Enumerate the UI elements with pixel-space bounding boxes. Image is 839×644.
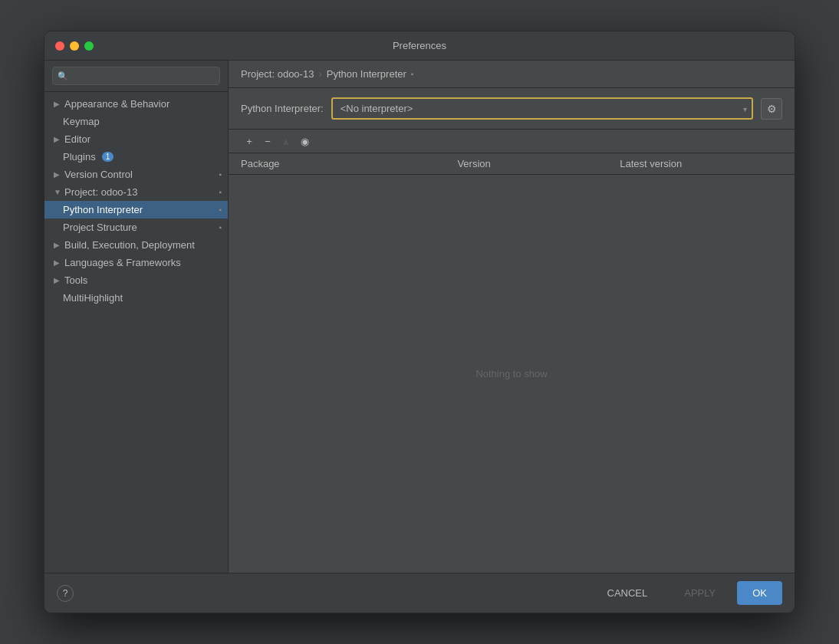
table-body: Nothing to show (229, 175, 795, 573)
help-button[interactable]: ? (57, 585, 74, 602)
col-header-latest: Latest version (620, 158, 782, 169)
sidebar-item-label: Build, Execution, Deployment (64, 239, 195, 251)
arrow-icon: ▶ (54, 100, 61, 108)
remove-package-button[interactable]: − (259, 133, 276, 150)
sidebar-item-label: Version Control (64, 169, 133, 180)
sidebar-item-project-structure[interactable]: Project Structure ▪ (44, 219, 228, 236)
table-header: Package Version Latest version (229, 153, 795, 175)
sidebar-item-label: Keymap (63, 116, 100, 127)
sidebar-item-appearance[interactable]: ▶ Appearance & Behavior (44, 95, 228, 113)
arrow-icon: ▶ (54, 135, 61, 143)
sidebar-item-label: Editor (64, 133, 90, 145)
arrow-icon: ▶ (54, 241, 61, 249)
sidebar-item-label: Project Structure (63, 222, 137, 233)
sidebar-item-tools[interactable]: ▶ Tools (44, 271, 228, 289)
nav-tree: ▶ Appearance & Behavior Keymap ▶ Editor … (44, 92, 228, 573)
search-input[interactable] (52, 67, 220, 85)
breadcrumb-project: Project: odoo-13 (241, 68, 314, 80)
main-panel: Project: odoo-13 › Python Interpreter ▪ … (229, 61, 795, 573)
footer: ? CANCEL APPLY OK (44, 573, 795, 613)
titlebar: Preferences (44, 31, 795, 61)
empty-message: Nothing to show (475, 368, 547, 380)
sidebar-item-label: Plugins (63, 151, 96, 163)
sidebar-item-label: Tools (64, 274, 87, 286)
plugins-badge: 1 (102, 152, 114, 162)
interpreter-row: Python Interpreter: <No interpreter> ▾ ⚙ (229, 88, 795, 129)
footer-left: ? (57, 585, 74, 602)
traffic-lights (55, 41, 94, 51)
sidebar-item-multihighlight[interactable]: MultiHighlight (44, 289, 228, 307)
eye-button[interactable]: ◉ (296, 133, 313, 150)
up-button[interactable]: ▲ (278, 133, 294, 150)
interpreter-label: Python Interpreter: (241, 103, 324, 114)
close-button[interactable] (55, 41, 64, 51)
sidebar-item-build-execution[interactable]: ▶ Build, Execution, Deployment (44, 236, 228, 254)
breadcrumb-separator: › (318, 68, 321, 80)
sidebar-item-editor[interactable]: ▶ Editor (44, 130, 228, 148)
search-icon: 🔍 (58, 71, 68, 81)
window-title: Preferences (393, 40, 446, 51)
breadcrumb-icon: ▪ (411, 70, 414, 78)
col-header-package: Package (241, 158, 457, 169)
main-content: 🔍 ▶ Appearance & Behavior Keymap ▶ Edito… (44, 61, 795, 573)
search-bar: 🔍 (44, 61, 228, 92)
col-header-version: Version (457, 158, 620, 169)
breadcrumb-page: Python Interpreter (327, 68, 406, 80)
maximize-button[interactable] (84, 41, 94, 51)
sidebar-item-label: Python Interpreter (63, 204, 143, 215)
sidebar-item-label: Appearance & Behavior (64, 98, 169, 110)
add-package-button[interactable]: + (241, 133, 258, 150)
sidebar-item-label: Project: odoo-13 (64, 186, 137, 198)
sidebar-item-project[interactable]: ▼ Project: odoo-13 ▪ (44, 183, 228, 201)
breadcrumb: Project: odoo-13 › Python Interpreter ▪ (229, 61, 795, 88)
search-wrapper: 🔍 (52, 67, 220, 85)
arrow-icon: ▶ (54, 258, 61, 267)
interpreter-select-wrapper: <No interpreter> ▾ (331, 97, 753, 120)
gear-button[interactable]: ⚙ (761, 98, 782, 120)
settings-icon: ▪ (219, 205, 222, 214)
arrow-icon: ▶ (54, 276, 61, 284)
preferences-window: Preferences 🔍 ▶ Appearance & Behavior Ke… (44, 31, 795, 613)
apply-button[interactable]: APPLY (669, 581, 731, 605)
sidebar-item-label: MultiHighlight (63, 292, 123, 304)
arrow-icon: ▼ (54, 188, 61, 196)
settings-icon: ▪ (219, 223, 222, 232)
interpreter-select[interactable]: <No interpreter> (331, 97, 753, 120)
settings-icon: ▪ (219, 188, 222, 196)
sidebar-item-keymap[interactable]: Keymap (44, 113, 228, 130)
footer-right: CANCEL APPLY OK (592, 581, 783, 605)
sidebar-item-label: Languages & Frameworks (64, 257, 181, 268)
arrow-icon: ▶ (54, 170, 61, 179)
toolbar-bar: + − ▲ ◉ (229, 129, 795, 153)
sidebar-item-python-interpreter[interactable]: Python Interpreter ▪ (44, 201, 228, 219)
sidebar-item-version-control[interactable]: ▶ Version Control ▪ (44, 166, 228, 183)
minimize-button[interactable] (70, 41, 79, 51)
cancel-button[interactable]: CANCEL (592, 581, 663, 605)
sidebar-item-plugins[interactable]: Plugins 1 (44, 148, 228, 166)
settings-icon: ▪ (219, 170, 222, 179)
ok-button[interactable]: OK (737, 581, 782, 605)
sidebar-item-languages[interactable]: ▶ Languages & Frameworks (44, 254, 228, 271)
sidebar: 🔍 ▶ Appearance & Behavior Keymap ▶ Edito… (44, 61, 229, 573)
